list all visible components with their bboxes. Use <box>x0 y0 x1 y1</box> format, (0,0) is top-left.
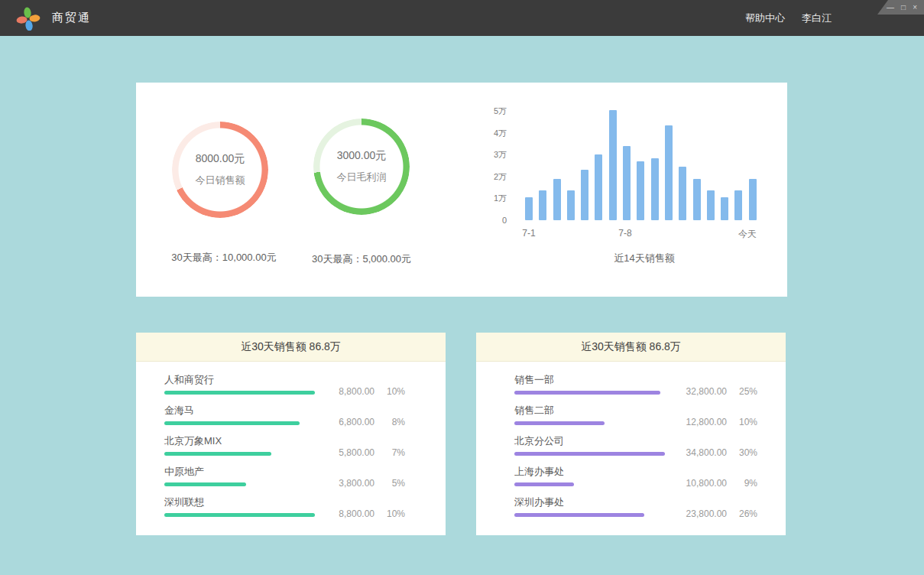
today-sales-donut: 8000.00元 今日销售额 <box>172 122 268 218</box>
rank-row-bar <box>164 452 271 456</box>
y-tick-label: 1万 <box>465 192 507 204</box>
today-summary-card: 8000.00元 今日销售额 30天最高：10,000.00元 3000.00元… <box>136 83 787 297</box>
rank-row-percent: 8% <box>374 417 405 427</box>
rank-title: 近30天销售额 86.8万 <box>241 340 341 354</box>
rank-row-values: 6,800.008% <box>339 417 405 427</box>
y-tick-label: 0 <box>465 214 507 226</box>
today-profit-value: 3000.00元 <box>337 149 387 163</box>
rank-row-name: 销售一部 <box>514 374 757 386</box>
rank-row: 北京万象MIX5,800.007% <box>164 435 405 466</box>
rank-row-percent: 9% <box>727 478 757 489</box>
rank-row-name: 北京万象MIX <box>164 435 405 447</box>
rank-row-name: 上海办事处 <box>514 466 757 478</box>
y-tick-label: 4万 <box>465 127 507 139</box>
rank-row: 销售二部12,800.0010% <box>514 404 757 435</box>
rank-row-amount: 8,800.00 <box>339 386 374 397</box>
rank-body: 销售一部32,800.0025%销售二部12,800.0010%北京分公司34,… <box>476 362 786 527</box>
daily-sales-bar <box>525 197 533 220</box>
today-profit-donut: 3000.00元 今日毛利润 <box>313 119 410 215</box>
daily-sales-bar <box>637 161 644 220</box>
rank-row-bar <box>514 482 574 486</box>
rank-row-percent: 25% <box>727 386 757 397</box>
customer-rank-card: 近30天销售额 86.8万 人和商贸行8,800.0010%金海马6,800.0… <box>136 333 446 535</box>
rank-row-amount: 32,800.00 <box>686 386 727 397</box>
rank-row-values: 5,800.007% <box>339 447 405 458</box>
daily-sales-bar <box>749 179 757 220</box>
rank-row-values: 8,800.0010% <box>339 386 405 397</box>
rank-row-bar <box>164 421 300 425</box>
daily-sales-bar <box>707 190 715 220</box>
department-rank-card: 近30天销售额 86.8万 销售一部32,800.0025%销售二部12,800… <box>476 333 786 535</box>
y-tick-label: 5万 <box>465 105 507 117</box>
rank-row-percent: 10% <box>374 386 405 397</box>
rank-header: 近30天销售额 86.8万 <box>476 333 786 362</box>
rank-row-values: 8,800.0010% <box>339 508 405 519</box>
rank-row-name: 金海马 <box>164 404 405 417</box>
rank-row-percent: 5% <box>374 478 405 489</box>
help-center-link[interactable]: 帮助中心 <box>745 11 785 25</box>
rank-row: 深圳联想8,800.0010% <box>164 496 405 527</box>
rank-row-amount: 5,800.00 <box>339 447 374 458</box>
rank-row-values: 34,800.0030% <box>686 447 757 458</box>
rank-row-amount: 23,800.00 <box>686 508 727 519</box>
rank-row: 人和商贸行8,800.0010% <box>164 374 405 404</box>
rank-header: 近30天销售额 86.8万 <box>136 333 446 362</box>
rank-row: 北京分公司34,800.0030% <box>514 435 757 466</box>
rank-row-values: 10,800.009% <box>686 478 757 489</box>
rank-body: 人和商贸行8,800.0010%金海马6,800.008%北京万象MIX5,80… <box>136 362 446 527</box>
app-title: 商贸通 <box>52 11 91 25</box>
daily-sales-bar <box>609 110 617 220</box>
rank-row-percent: 10% <box>727 417 757 427</box>
window-controls: — □ × <box>877 0 924 15</box>
rank-row-name: 中原地产 <box>164 466 405 478</box>
daily-sales-bar <box>651 158 659 221</box>
x-tick-label: 7-1 <box>506 228 552 239</box>
rank-row-name: 北京分公司 <box>514 435 757 447</box>
rank-row-name: 销售二部 <box>514 404 757 417</box>
rank-title: 近30天销售额 86.8万 <box>581 340 681 354</box>
rank-row-name: 深圳办事处 <box>514 496 757 508</box>
x-tick-label: 今天 <box>725 228 770 241</box>
rank-row-bar <box>514 421 605 425</box>
rank-row-bar <box>164 513 315 517</box>
sales-bar-plot <box>525 106 767 220</box>
rank-row-name: 深圳联想 <box>164 496 405 508</box>
rank-row-bar <box>164 482 246 486</box>
titlebar: 商贸通 帮助中心 李白江 — □ × <box>0 0 924 36</box>
today-sales-value: 8000.00元 <box>196 152 245 166</box>
rank-row-name: 人和商贸行 <box>164 374 405 386</box>
today-profit-label: 今日毛利润 <box>337 171 387 184</box>
x-tick-label: 7-8 <box>602 228 648 239</box>
daily-sales-bar <box>539 190 546 220</box>
rank-row-percent: 30% <box>727 447 757 458</box>
rank-row: 销售一部32,800.0025% <box>514 374 757 404</box>
rank-row-percent: 7% <box>374 447 405 458</box>
daily-sales-bar <box>567 190 575 220</box>
rank-row-amount: 8,800.00 <box>339 508 374 519</box>
profit-30day-max: 30天最高：5,000.00元 <box>274 252 449 266</box>
rank-row-bar <box>514 452 665 456</box>
rank-row-bar <box>514 391 660 395</box>
rank-row-values: 3,800.005% <box>339 478 405 489</box>
daily-sales-bar <box>721 197 728 220</box>
daily-sales-bar <box>679 167 686 220</box>
close-button[interactable]: × <box>913 4 917 11</box>
rank-row-bar <box>164 391 315 395</box>
rank-row-percent: 26% <box>727 508 757 519</box>
rank-row-values: 12,800.0010% <box>686 417 757 427</box>
daily-sales-bar <box>595 154 602 220</box>
username-link[interactable]: 李白江 <box>802 11 832 25</box>
rank-row: 中原地产3,800.005% <box>164 466 405 496</box>
rank-row-percent: 10% <box>374 508 405 519</box>
rank-row-values: 32,800.0025% <box>686 386 757 397</box>
rank-row-amount: 3,800.00 <box>339 478 374 489</box>
rank-row-amount: 6,800.00 <box>339 417 374 427</box>
rank-row-bar <box>514 513 644 517</box>
maximize-button[interactable]: □ <box>901 4 906 11</box>
y-tick-label: 3万 <box>465 148 507 161</box>
daily-sales-bar <box>734 190 742 220</box>
daily-sales-bar <box>665 125 673 220</box>
rank-row: 上海办事处10,800.009% <box>514 466 757 496</box>
minimize-button[interactable]: — <box>887 4 894 11</box>
rank-row: 金海马6,800.008% <box>164 404 405 435</box>
